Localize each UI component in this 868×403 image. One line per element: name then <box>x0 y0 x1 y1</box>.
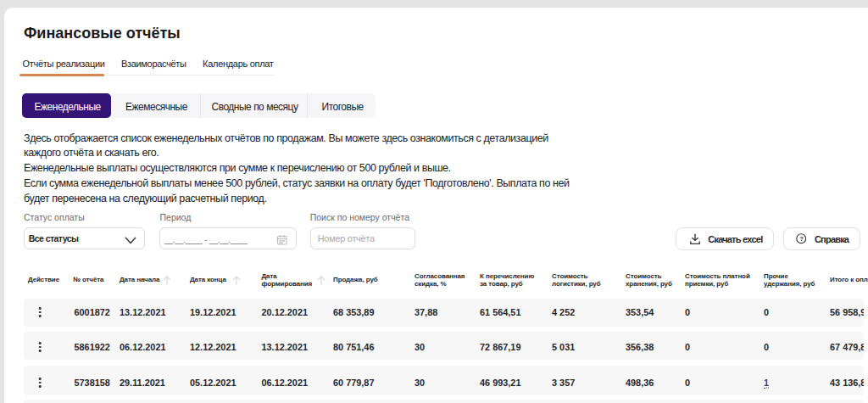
svg-text:?: ? <box>799 235 804 243</box>
